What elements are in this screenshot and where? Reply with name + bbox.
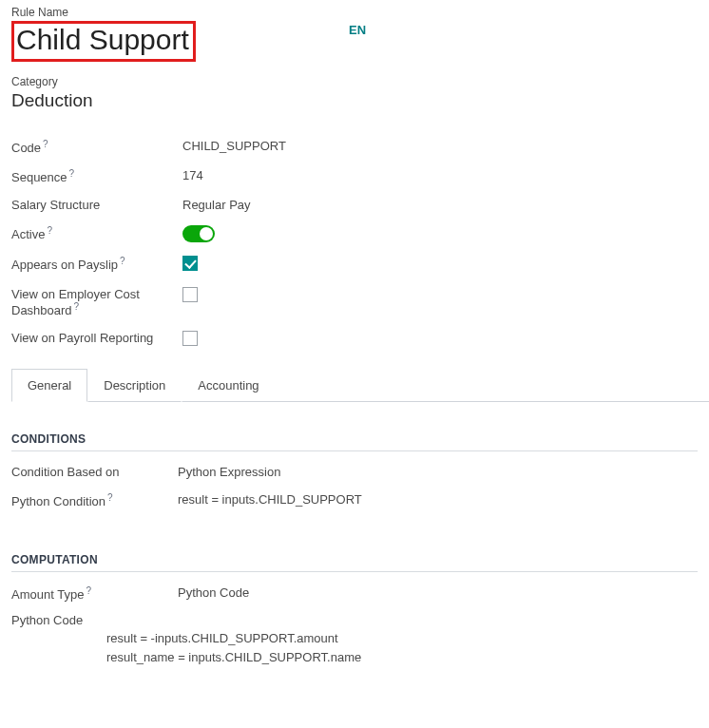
help-icon[interactable]: ?	[67, 168, 75, 179]
payroll-reporting-label: View on Payroll Reporting	[11, 324, 182, 355]
python-condition-value[interactable]: result = inputs.CHILD_SUPPORT	[178, 492, 362, 508]
sequence-value[interactable]: 174	[182, 162, 698, 191]
salary-structure-value[interactable]: Regular Pay	[182, 191, 698, 219]
code-value[interactable]: CHILD_SUPPORT	[182, 132, 698, 162]
sequence-label: Sequence	[11, 170, 67, 184]
amount-type-label: Amount Type	[11, 587, 84, 602]
rule-name-label: Rule Name	[11, 6, 698, 19]
computation-heading: COMPUTATION	[11, 553, 698, 572]
help-icon[interactable]: ?	[72, 301, 80, 312]
form-fields: Code? CHILD_SUPPORT Sequence? 174 Salary…	[11, 132, 698, 356]
condition-based-on-label: Condition Based on	[11, 465, 178, 479]
help-icon[interactable]: ?	[118, 256, 125, 266]
appears-on-payslip-checkbox[interactable]	[182, 256, 198, 271]
help-icon[interactable]: ?	[45, 225, 52, 236]
python-code-value[interactable]: result = -inputs.CHILD_SUPPORT.amount re…	[106, 629, 698, 666]
language-badge[interactable]: EN	[349, 23, 366, 37]
python-condition-label: Python Condition	[11, 495, 105, 509]
help-icon[interactable]: ?	[41, 139, 48, 149]
code-label: Code	[11, 141, 41, 155]
active-toggle[interactable]	[182, 225, 215, 242]
salary-structure-label: Salary Structure	[11, 191, 182, 219]
employer-cost-checkbox[interactable]	[182, 287, 198, 302]
tab-accounting[interactable]: Accounting	[182, 369, 275, 402]
tab-general[interactable]: General	[11, 369, 87, 402]
help-icon[interactable]: ?	[84, 585, 91, 596]
python-code-label: Python Code	[11, 613, 178, 627]
tabs: General Description Accounting	[11, 369, 698, 402]
help-icon[interactable]: ?	[105, 492, 113, 503]
rule-name-value[interactable]: Child Support	[16, 24, 189, 57]
category-value[interactable]: Deduction	[11, 90, 698, 111]
active-label: Active	[11, 227, 45, 241]
conditions-heading: CONDITIONS	[11, 432, 698, 451]
payroll-reporting-checkbox[interactable]	[182, 331, 198, 346]
category-label: Category	[11, 75, 698, 88]
rule-name-highlight: Child Support	[11, 21, 196, 62]
appears-on-payslip-label: Appears on Payslip	[11, 258, 118, 272]
tab-description[interactable]: Description	[87, 369, 182, 402]
amount-type-value[interactable]: Python Code	[178, 585, 249, 602]
condition-based-on-value[interactable]: Python Expression	[178, 465, 280, 479]
